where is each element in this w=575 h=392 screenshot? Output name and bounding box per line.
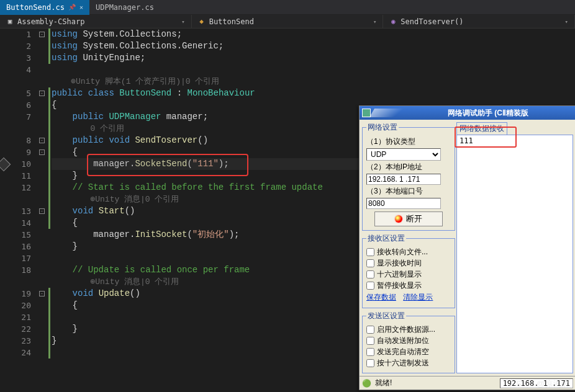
fold-toggle-icon[interactable]: - xyxy=(39,149,45,155)
window-body: 网络设置 （1）协议类型 UDP （2）本地IP地址 （3）本地端口号 xyxy=(360,120,575,376)
status-text: 就绪! xyxy=(375,378,392,388)
line-number: 2 xyxy=(0,40,31,52)
label-port: （3）本地端口号 xyxy=(366,186,451,197)
cb-show-time[interactable]: 显示接收时间 xyxy=(366,258,451,269)
change-marker xyxy=(48,29,50,64)
line-number: 7 xyxy=(0,111,31,123)
line-number: 13 xyxy=(0,205,31,217)
nav-method[interactable]: ◉ SendToserver() ▾ xyxy=(383,15,575,28)
left-pane: 网络设置 （1）协议类型 UDP （2）本地IP地址 （3）本地端口号 xyxy=(362,122,455,373)
fold-toggle-icon[interactable]: - xyxy=(39,208,45,214)
tab-bar: ButtonSend.cs 📌 ✕ UDPManager.cs xyxy=(0,0,575,15)
line-number: 20 xyxy=(0,300,31,311)
group-network-settings: 网络设置 （1）协议类型 UDP （2）本地IP地址 （3）本地端口号 xyxy=(362,122,455,231)
recv-textarea[interactable]: 111 xyxy=(456,135,573,373)
line-number xyxy=(0,276,31,288)
code-line[interactable] xyxy=(52,64,575,76)
code-line[interactable]: using UnityEngine; xyxy=(52,52,575,64)
line-number: 1 xyxy=(0,29,31,40)
nav-class[interactable]: ◆ ButtonSend ▾ xyxy=(192,15,384,28)
line-number: 8 xyxy=(0,135,31,146)
line-number: 17 xyxy=(0,252,31,264)
tab-udpmanager[interactable]: UDPManager.cs xyxy=(89,0,160,15)
line-number: 24 xyxy=(0,347,31,359)
class-icon: ◆ xyxy=(198,18,206,25)
group-legend: 发送区设置 xyxy=(366,311,406,321)
line-number: 5 xyxy=(0,87,31,99)
line-number: 14 xyxy=(0,217,31,229)
chevron-down-icon: ▾ xyxy=(181,19,184,25)
link-save-data[interactable]: 保存数据 xyxy=(366,293,396,301)
close-icon[interactable]: ✕ xyxy=(79,4,83,11)
line-number-gutter: 123456789101112131415161718192021222324 xyxy=(0,29,37,392)
change-marker xyxy=(48,288,50,359)
port-input[interactable] xyxy=(366,198,441,209)
fold-toggle-icon[interactable]: - xyxy=(39,291,45,296)
fold-toggle-icon[interactable]: - xyxy=(39,91,45,96)
pin-icon[interactable]: 📌 xyxy=(68,4,76,11)
status-dot-icon xyxy=(395,215,402,223)
line-number: 21 xyxy=(0,311,31,323)
line-number: 10 xyxy=(0,158,31,170)
nav-class-label: ButtonSend xyxy=(209,17,254,26)
group-recv-settings: 接收区设置 接收转向文件... 显示接收时间 十六进制显示 暂停接收显示 保存数… xyxy=(362,233,455,308)
tab-label: ButtonSend.cs xyxy=(6,3,65,12)
group-legend: 网络设置 xyxy=(366,122,399,133)
line-number: 22 xyxy=(0,323,31,335)
line-number xyxy=(0,194,31,205)
status-ready-icon: 🟢 xyxy=(362,379,371,388)
link-clear-display[interactable]: 清除显示 xyxy=(403,293,433,301)
right-pane: 网络数据接收 111 xyxy=(456,122,573,373)
disconnect-label: 断开 xyxy=(406,213,422,225)
line-number: 4 xyxy=(0,64,31,76)
group-legend: 接收区设置 xyxy=(366,233,406,244)
line-number: 6 xyxy=(0,99,31,111)
cb-hex-send[interactable]: 按十六进制发送 xyxy=(366,358,451,368)
group-send-settings: 发送区设置 启用文件数据源... 自动发送附加位 发送完自动清空 按十六进制发送 xyxy=(362,311,455,373)
recv-area-label: 网络数据接收 xyxy=(456,122,507,135)
cb-auto-clear[interactable]: 发送完自动清空 xyxy=(366,347,451,357)
nav-project-label: Assembly-CSharp xyxy=(17,17,84,26)
fold-toggle-icon[interactable]: - xyxy=(39,32,45,37)
tab-label: UDPManager.cs xyxy=(96,3,154,12)
line-number: 16 xyxy=(0,241,31,252)
titlebar-decoration xyxy=(369,109,412,117)
titlebar[interactable]: 网络调试助手 (CⅡ精装版 xyxy=(360,106,575,120)
recv-content: 111 xyxy=(460,136,473,145)
nav-method-label: SendToserver() xyxy=(401,17,463,26)
protocol-select[interactable]: UDP xyxy=(366,148,441,161)
codelens-row[interactable]: ⊕Unity 脚本(1 个资产引用)|0 个引用 xyxy=(52,76,575,87)
line-number: 15 xyxy=(0,229,31,241)
code-line[interactable]: using System.Collections; xyxy=(52,29,575,40)
line-number: 12 xyxy=(0,182,31,194)
disconnect-button[interactable]: 断开 xyxy=(374,212,443,226)
chevron-down-icon: ▾ xyxy=(373,19,376,25)
fold-column: ------ xyxy=(37,29,48,392)
line-number xyxy=(0,123,31,135)
csharp-project-icon: ▣ xyxy=(6,18,14,25)
cb-recv-to-file[interactable]: 接收转向文件... xyxy=(366,247,451,257)
code-line[interactable]: using System.Collections.Generic; xyxy=(52,40,575,52)
chevron-down-icon: ▾ xyxy=(565,19,568,25)
ip-input[interactable] xyxy=(366,174,441,185)
method-icon: ◉ xyxy=(389,18,397,25)
fold-toggle-icon[interactable]: - xyxy=(39,138,45,143)
line-number: 9 xyxy=(0,146,31,158)
label-protocol: （1）协议类型 xyxy=(366,136,451,147)
line-number xyxy=(0,76,31,87)
cb-file-source[interactable]: 启用文件数据源... xyxy=(366,324,451,335)
label-ip: （2）本地IP地址 xyxy=(366,162,451,172)
context-navbar: ▣ Assembly-CSharp ▾ ◆ ButtonSend ▾ ◉ Sen… xyxy=(0,15,575,29)
nav-project[interactable]: ▣ Assembly-CSharp ▾ xyxy=(0,15,192,28)
line-number: 18 xyxy=(0,264,31,276)
cb-auto-append[interactable]: 自动发送附加位 xyxy=(366,336,451,346)
line-number: 19 xyxy=(0,288,31,300)
code-line[interactable]: public class ButtonSend : MonoBehaviour xyxy=(52,87,575,99)
watermark: CSDN @惊鸿醉 xyxy=(510,378,570,390)
network-assistant-window[interactable]: 网络调试助手 (CⅡ精装版 网络设置 （1）协议类型 UDP （2）本地IP地址… xyxy=(359,105,575,390)
line-number: 3 xyxy=(0,52,31,64)
cb-hex-display[interactable]: 十六进制显示 xyxy=(366,269,451,280)
cb-pause-display[interactable]: 暂停接收显示 xyxy=(366,280,451,291)
tab-buttonsend[interactable]: ButtonSend.cs 📌 ✕ xyxy=(0,0,89,15)
window-title: 网络调试助手 (CⅡ精装版 xyxy=(448,108,528,118)
